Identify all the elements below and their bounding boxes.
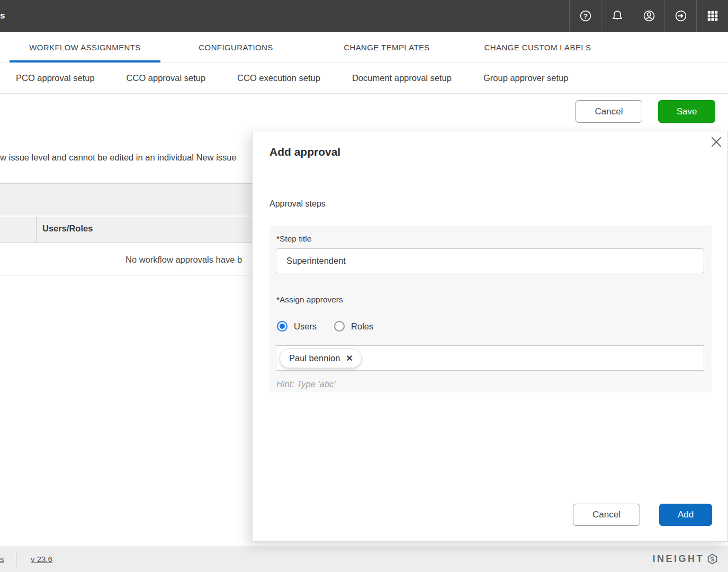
step-title-label: *Step title xyxy=(276,234,311,244)
account-button[interactable] xyxy=(633,0,664,32)
subtab-cco-approval-setup[interactable]: CCO approval setup xyxy=(111,73,222,83)
table-row-border xyxy=(0,275,252,275)
tab-change-custom-labels[interactable]: CHANGE CUSTOM LABELS xyxy=(462,32,613,62)
users-radio-label[interactable]: Users xyxy=(294,321,317,332)
approver-chip[interactable]: Paul bennion ✕ xyxy=(280,348,362,368)
subtab-pco-approval-setup[interactable]: PCO approval setup xyxy=(0,73,111,83)
grid-icon xyxy=(706,9,720,23)
ineight-hexagon-icon xyxy=(704,553,718,565)
approver-chip-name: Paul bennion xyxy=(289,353,340,363)
tab-label: CHANGE CUSTOM LABELS xyxy=(484,43,591,52)
sign-out-icon xyxy=(674,9,688,23)
tab-change-templates[interactable]: CHANGE TEMPLATES xyxy=(311,32,462,62)
ineight-logo: INEIGHT xyxy=(652,553,718,565)
app-launcher-button[interactable] xyxy=(696,0,728,32)
sub-tab-bar: PCO approval setup CCO approval setup CC… xyxy=(0,62,728,94)
sign-out-button[interactable] xyxy=(664,0,696,32)
page-save-button[interactable]: Save xyxy=(658,100,715,123)
tab-workflow-assignments[interactable]: WORKFLOW ASSIGNMENTS xyxy=(10,32,160,62)
users-roles-column-header: Users/Roles xyxy=(42,224,93,234)
footer-divider xyxy=(16,552,16,567)
footer-truncated-link[interactable]: s xyxy=(0,555,4,564)
table-empty-state-text: No workflow approvals have b xyxy=(125,255,242,265)
workflow-info-text: w issue level and cannot be edited in an… xyxy=(0,153,252,163)
footer-version-link[interactable]: v 23.6 xyxy=(31,555,52,564)
roles-radio[interactable] xyxy=(334,321,345,332)
roles-radio-label[interactable]: Roles xyxy=(351,321,373,332)
modal-close-button[interactable] xyxy=(708,135,725,151)
top-bar: s ? xyxy=(0,0,728,32)
help-icon: ? xyxy=(579,9,592,23)
chip-remove-icon[interactable]: ✕ xyxy=(346,353,353,363)
add-approval-modal: Add approval Approval steps *Step title … xyxy=(252,131,728,542)
tab-label: CONFIGURATIONS xyxy=(199,43,273,52)
modal-add-button[interactable]: Add xyxy=(659,504,712,526)
topbar-truncated-title: s xyxy=(0,11,5,21)
tab-label: WORKFLOW ASSIGNMENTS xyxy=(29,43,141,52)
subtab-group-approver-setup[interactable]: Group approver setup xyxy=(468,73,585,83)
bell-icon xyxy=(610,9,624,23)
user-icon xyxy=(642,9,656,23)
approval-steps-label: Approval steps xyxy=(269,199,326,209)
tab-configurations[interactable]: CONFIGURATIONS xyxy=(160,32,311,62)
close-icon xyxy=(709,135,723,151)
approval-step-panel: *Step title *Assign approvers Users Role… xyxy=(269,226,712,392)
help-button[interactable]: ? xyxy=(569,0,601,32)
subtab-document-approval-setup[interactable]: Document approval setup xyxy=(336,73,468,83)
ineight-wordmark: INEIGHT xyxy=(652,553,704,565)
modal-cancel-button[interactable]: Cancel xyxy=(573,504,640,526)
step-title-input[interactable] xyxy=(276,248,704,273)
approver-type-radio-group: Users Roles xyxy=(277,321,373,332)
assign-approvers-label: *Assign approvers xyxy=(276,295,343,305)
input-hint-text: Hint: Type 'abc' xyxy=(276,379,335,389)
footer-bar xyxy=(0,547,728,572)
topbar-icon-group: ? xyxy=(569,0,728,32)
modal-title: Add approval xyxy=(269,146,340,158)
page-cancel-button[interactable]: Cancel xyxy=(576,100,642,123)
users-radio[interactable] xyxy=(277,321,287,332)
approvers-input[interactable]: Paul bennion ✕ xyxy=(276,345,704,371)
primary-tab-bar: WORKFLOW ASSIGNMENTS CONFIGURATIONS CHAN… xyxy=(0,32,728,62)
table-column-divider xyxy=(36,216,37,243)
subtab-cco-execution-setup[interactable]: CCO execution setup xyxy=(221,73,336,83)
svg-text:?: ? xyxy=(583,12,587,20)
notifications-button[interactable] xyxy=(601,0,633,32)
tab-label: CHANGE TEMPLATES xyxy=(344,43,430,52)
